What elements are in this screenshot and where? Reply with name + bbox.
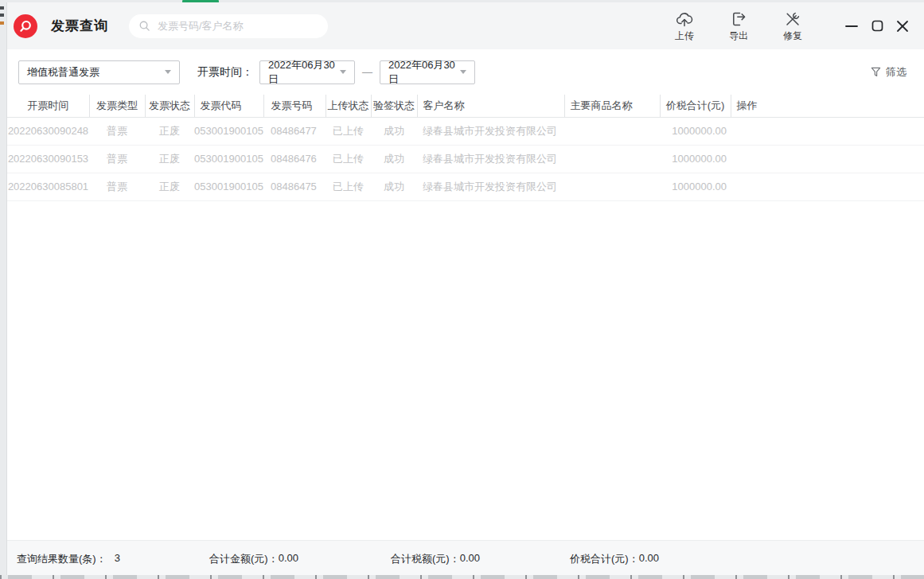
col-header-invoice-code[interactable]: 发票代码	[194, 95, 263, 117]
col-header-customer-name[interactable]: 客户名称	[417, 95, 564, 117]
col-header-upload-status[interactable]: 上传状态	[326, 95, 371, 117]
app-logo	[14, 14, 37, 38]
magnifier-logo-icon	[18, 19, 33, 33]
col-header-invoice-time[interactable]: 开票时间	[7, 95, 89, 117]
filter-button[interactable]: 筛选	[870, 65, 906, 80]
col-header-total-amount[interactable]: 价税合计(元)	[660, 95, 731, 117]
funnel-icon	[870, 66, 882, 78]
invoice-type-value: 增值税普通发票	[27, 65, 99, 80]
caret-down-icon	[460, 70, 466, 74]
invoice-query-window: 发票查询 上传	[6, 2, 924, 575]
cell-upload-status: 已上传	[326, 117, 371, 145]
col-header-verify-status[interactable]: 验签状态	[371, 95, 417, 117]
cell-customer-name: 绿春县城市开发投资有限公司	[417, 117, 564, 145]
cell-invoice-time: 20220630090248	[7, 117, 89, 145]
sliver-mark	[0, 21, 4, 25]
maximize-button[interactable]	[870, 19, 884, 33]
result-count-value: 3	[115, 552, 120, 566]
filter-button-label: 筛选	[886, 65, 906, 80]
cell-invoice-time: 20220630090153	[7, 145, 89, 173]
invoice-type-select[interactable]: 增值税普通发票	[18, 60, 180, 84]
table-row[interactable]: 20220630090153 普票 正废 053001900105 084864…	[7, 145, 924, 173]
minimize-icon	[845, 20, 858, 33]
repair-tools-icon	[783, 10, 802, 29]
col-header-invoice-status[interactable]: 发票状态	[145, 95, 194, 117]
table-row[interactable]: 20220630090248 普票 正废 053001900105 084864…	[7, 117, 924, 145]
cell-invoice-type: 普票	[89, 173, 145, 200]
upload-button-label: 上传	[675, 29, 694, 43]
cell-invoice-number: 08486475	[263, 173, 326, 200]
filter-bar: 增值税普通发票 开票时间： 2022年06月30日 — 2022年06月30日 …	[7, 49, 924, 95]
cell-total-amount: 1000000.00	[660, 145, 731, 173]
col-header-invoice-type[interactable]: 发票类型	[89, 95, 145, 117]
result-count: 查询结果数量(条)： 3	[17, 552, 120, 566]
cell-invoice-code: 053001900105	[194, 145, 263, 173]
cell-invoice-code: 053001900105	[194, 173, 263, 200]
cell-customer-name: 绿春县城市开发投资有限公司	[417, 145, 564, 173]
total-with-tax-value: 0.00	[639, 552, 659, 566]
date-range-separator: —	[362, 66, 372, 78]
total-tax-value: 0.00	[460, 552, 480, 566]
total-tax-label: 合计税额(元)：	[391, 552, 460, 566]
cell-total-amount: 1000000.00	[660, 117, 731, 145]
total-with-tax: 价税合计(元)： 0.00	[570, 552, 659, 566]
export-button-label: 导出	[729, 29, 748, 43]
search-input[interactable]	[156, 19, 318, 33]
maximize-icon	[871, 20, 883, 32]
invoice-table: 开票时间 发票类型 发票状态 发票代码 发票号码 上传状态 验签状态 客户名称 …	[7, 95, 924, 540]
total-amount: 合计金额(元)： 0.00	[209, 552, 298, 566]
caret-down-icon	[165, 70, 171, 74]
search-icon	[138, 20, 150, 32]
export-icon	[729, 10, 748, 29]
background-window-bottom-sliver	[0, 575, 924, 579]
export-button[interactable]: 导出	[720, 10, 757, 43]
cell-customer-name: 绿春县城市开发投资有限公司	[417, 173, 564, 200]
total-amount-label: 合计金额(元)：	[209, 552, 279, 566]
cell-verify-status: 成功	[371, 145, 417, 173]
cell-invoice-number: 08486476	[263, 145, 326, 173]
cell-actions	[731, 173, 924, 200]
cell-verify-status: 成功	[371, 173, 417, 200]
close-icon	[896, 20, 909, 33]
cell-invoice-status: 正废	[145, 145, 194, 173]
sliver-mark	[0, 14, 4, 17]
table-row[interactable]: 20220630085801 普票 正废 053001900105 084864…	[7, 173, 924, 200]
cell-invoice-number: 08486477	[263, 117, 326, 145]
total-tax: 合计税额(元)： 0.00	[391, 552, 480, 566]
cell-invoice-type: 普票	[89, 117, 145, 145]
total-amount-value: 0.00	[279, 552, 298, 566]
cell-actions	[731, 117, 924, 145]
date-to-value: 2022年06月30日	[388, 58, 460, 87]
search-box[interactable]	[129, 14, 328, 38]
close-button[interactable]	[895, 19, 910, 33]
date-from-value: 2022年06月30日	[268, 58, 340, 87]
cell-main-goods	[564, 145, 660, 173]
titlebar: 发票查询 上传	[7, 2, 924, 49]
background-window-sliver	[0, 0, 6, 575]
total-with-tax-label: 价税合计(元)：	[570, 552, 639, 566]
col-header-invoice-number[interactable]: 发票号码	[263, 95, 326, 117]
cell-invoice-status: 正废	[145, 117, 194, 145]
minimize-button[interactable]	[844, 19, 859, 33]
repair-button[interactable]: 修复	[774, 10, 811, 43]
spacer	[107, 552, 115, 566]
cell-invoice-code: 053001900105	[194, 117, 263, 145]
col-header-actions[interactable]: 操作	[731, 95, 924, 117]
date-range-label: 开票时间：	[197, 65, 253, 80]
cell-main-goods	[564, 117, 660, 145]
toolbar: 上传 导出 修复	[666, 10, 811, 43]
upload-button[interactable]: 上传	[666, 10, 703, 43]
date-from-select[interactable]: 2022年06月30日	[259, 60, 355, 84]
status-bar: 查询结果数量(条)： 3 合计金额(元)： 0.00 合计税额(元)： 0.00…	[7, 540, 924, 575]
cell-invoice-time: 20220630085801	[7, 173, 89, 200]
cloud-upload-icon	[675, 10, 694, 29]
result-count-label: 查询结果数量(条)：	[17, 552, 107, 566]
cell-verify-status: 成功	[371, 117, 417, 145]
cell-actions	[731, 145, 924, 173]
page-title: 发票查询	[51, 17, 108, 35]
cell-invoice-type: 普票	[89, 145, 145, 173]
date-to-select[interactable]: 2022年06月30日	[380, 60, 475, 84]
col-header-main-goods[interactable]: 主要商品名称	[564, 95, 660, 117]
cell-main-goods	[564, 173, 660, 200]
window-controls	[844, 19, 910, 33]
